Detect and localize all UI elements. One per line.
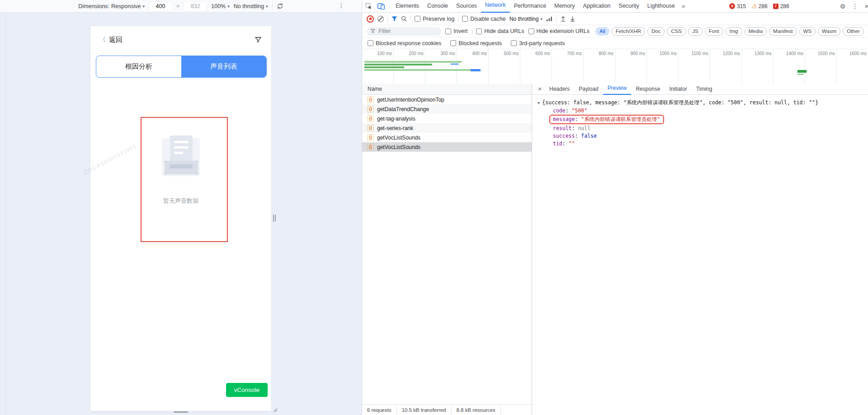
tab-elements[interactable]: Elements — [392, 0, 423, 12]
import-har-icon[interactable] — [560, 16, 566, 22]
pill-media[interactable]: Media — [745, 27, 767, 36]
tab-console[interactable]: Console — [423, 0, 452, 12]
pill-fetch-xhr[interactable]: Fetch/XHR — [612, 27, 645, 36]
network-throttling-select[interactable]: No throttling ▾ — [509, 16, 542, 22]
table-row[interactable]: {} get-series-rank — [362, 123, 532, 133]
invert-input[interactable] — [445, 28, 451, 34]
zoom-select[interactable]: 100% ▾ — [211, 3, 230, 9]
tab-application[interactable]: Application — [579, 0, 614, 12]
export-har-icon[interactable] — [570, 16, 576, 22]
request-name: getVocListSounds — [377, 144, 420, 150]
hide-data-urls-input[interactable] — [476, 28, 482, 34]
close-detail-icon[interactable]: × — [535, 85, 545, 93]
request-name: getDataTrendChange — [377, 106, 429, 112]
pill-css[interactable]: CSS — [667, 27, 686, 36]
hide-extension-urls-checkbox[interactable]: Hide extension URLs — [528, 28, 590, 34]
tab-security[interactable]: Security — [615, 0, 643, 12]
tab-headers[interactable]: Headers — [545, 84, 574, 94]
third-party-requests-input[interactable] — [511, 40, 517, 46]
record-network-log-icon[interactable] — [367, 15, 374, 23]
more-options-icon[interactable]: ⋮ — [338, 2, 344, 9]
table-row[interactable]: {} getVocListSounds — [362, 133, 532, 142]
third-party-requests-checkbox[interactable]: 3rd-party requests — [511, 40, 565, 47]
resize-grip-icon[interactable] — [271, 406, 278, 414]
tab-initiator[interactable]: Initiator — [665, 84, 691, 94]
tab-sources[interactable]: Sources — [452, 0, 481, 12]
requests-count: 6 requests — [362, 405, 397, 415]
inspect-element-icon[interactable] — [362, 0, 375, 12]
search-icon[interactable] — [401, 16, 407, 22]
pill-wasm[interactable]: Wasm — [818, 27, 840, 36]
tab-preview[interactable]: Preview — [603, 83, 632, 95]
pill-font[interactable]: Font — [705, 27, 723, 36]
blocked-response-cookies-checkbox[interactable]: Blocked response cookies — [368, 40, 441, 47]
tab-network[interactable]: Network — [481, 0, 510, 13]
json-property[interactable]: successfalse — [538, 132, 868, 140]
back-button[interactable]: 〈 返回 — [99, 36, 123, 44]
dimensions-select[interactable]: Dimensions: Responsive ▾ — [78, 3, 145, 9]
more-tabs-icon[interactable]: » — [679, 3, 688, 9]
issues-badge[interactable]: 286 — [773, 3, 789, 9]
throttling-select[interactable]: No throttling ▾ — [234, 3, 268, 9]
rotate-device-icon[interactable] — [277, 3, 283, 9]
disable-cache-input[interactable] — [462, 16, 468, 22]
network-overview-timeline[interactable]: 100 ms200 ms300 ms400 ms500 ms600 ms700 … — [362, 49, 868, 86]
filter-funnel-icon[interactable] — [392, 16, 397, 22]
filter-input[interactable] — [378, 28, 438, 35]
blocked-response-cookies-input[interactable] — [368, 40, 373, 46]
hide-data-urls-checkbox[interactable]: Hide data URLs — [476, 28, 524, 34]
tab-memory[interactable]: Memory — [550, 0, 579, 12]
vconsole-button[interactable]: vConsole — [226, 383, 268, 397]
warnings-badge[interactable]: ⚠ 286 — [751, 3, 768, 9]
pill-ws[interactable]: WS — [799, 27, 816, 36]
device-width-input[interactable] — [149, 1, 172, 11]
json-property[interactable]: tid"" — [538, 140, 868, 147]
network-filter-row: Invert Hide data URLs Hide extension URL… — [362, 25, 868, 37]
tab-voice-list[interactable]: 声音列表 — [181, 56, 266, 77]
filter-input-pill[interactable] — [367, 27, 441, 36]
device-height-drag-handle[interactable] — [174, 411, 188, 413]
preserve-log-input[interactable] — [415, 16, 420, 22]
tab-payload[interactable]: Payload — [574, 84, 603, 94]
tab-timing[interactable]: Timing — [692, 84, 717, 94]
clear-network-log-icon[interactable] — [377, 16, 384, 22]
table-row[interactable]: {} getDataTrendChange — [362, 104, 532, 114]
table-row[interactable]: {} getUserIntentionOpinionTop — [362, 95, 532, 104]
table-row-selected[interactable]: {} getVocListSounds — [362, 142, 532, 152]
pill-js[interactable]: JS — [688, 27, 702, 36]
pill-img[interactable]: Img — [726, 27, 742, 36]
close-devtools-icon[interactable]: × — [864, 2, 868, 10]
table-row[interactable]: {} get-tag-analysis — [362, 114, 532, 123]
screen: Dimensions: Responsive ▾ × 100% ▾ No thr… — [0, 0, 868, 415]
pill-other[interactable]: Other — [843, 27, 864, 36]
json-summary-line[interactable]: ▼{success: false, message: "系统内部错误请联系管理员… — [538, 99, 868, 107]
pill-all[interactable]: All — [595, 27, 609, 36]
device-width-drag-handle[interactable] — [273, 214, 277, 222]
hide-extension-urls-input[interactable] — [528, 28, 534, 34]
invert-checkbox[interactable]: Invert — [445, 28, 467, 34]
tab-lighthouse[interactable]: Lighthouse — [643, 0, 679, 12]
blocked-requests-input[interactable] — [450, 40, 456, 46]
tab-performance[interactable]: Performance — [510, 0, 551, 12]
collapse-triangle-icon[interactable]: ▼ — [538, 101, 540, 105]
device-toolbar-toggle-icon[interactable] — [375, 0, 387, 12]
disable-cache-checkbox[interactable]: Disable cache — [462, 16, 506, 22]
tab-root-cause[interactable]: 根因分析 — [96, 56, 181, 77]
tab-response[interactable]: Response — [631, 84, 665, 94]
pill-doc[interactable]: Doc — [647, 27, 665, 36]
json-property[interactable]: code"500" — [538, 107, 868, 114]
requests-name-column-header[interactable]: Name — [362, 84, 532, 95]
device-height-input[interactable] — [184, 1, 207, 11]
blocked-requests-checkbox[interactable]: Blocked requests — [450, 40, 502, 47]
pill-manifest[interactable]: Manifest — [769, 27, 797, 36]
json-property-highlighted[interactable]: message"系统内部错误请联系管理员处理" — [538, 115, 868, 124]
json-property[interactable]: resultnull — [538, 125, 868, 132]
errors-badge[interactable]: 315 — [729, 3, 746, 9]
gear-icon[interactable]: ⚙ — [840, 3, 846, 10]
preserve-log-checkbox[interactable]: Preserve log — [415, 16, 454, 22]
divider — [387, 15, 388, 22]
more-options-icon[interactable]: ⋮ — [852, 3, 858, 10]
filter-funnel-icon[interactable] — [254, 36, 262, 44]
network-conditions-icon[interactable] — [546, 16, 552, 22]
network-toolbar: Preserve log Disable cache No throttling… — [362, 13, 868, 25]
